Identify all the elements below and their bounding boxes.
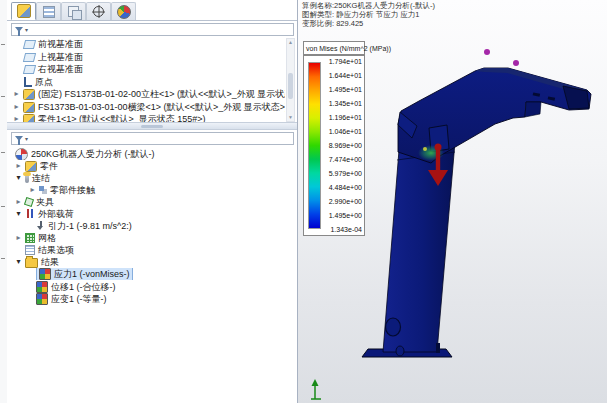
- study-item-label: 应变1 (-等量-): [51, 293, 107, 305]
- feature-manager-icon: [17, 4, 31, 18]
- filter-funnel-icon: [15, 27, 23, 32]
- study-item-label: 连结: [32, 172, 50, 184]
- tree-item-component-lizhu[interactable]: (固定) FS1373B-01-02-00立柱<1> (默认<<默认>_外观 显…: [7, 88, 285, 100]
- study-item-label: 外部载荷: [38, 208, 74, 220]
- filter-dropdown-icon[interactable]: ▾: [25, 27, 28, 33]
- tree-item-label: FS1373B-01-03-01-00横梁<1> (默认<<默认>_外观 显示状…: [38, 101, 285, 113]
- manager-tabs: [11, 2, 136, 21]
- feature-tree-scrollbar[interactable]: ▲ ▼: [286, 38, 295, 122]
- study-item-connections[interactable]: 连结: [7, 172, 285, 184]
- tree-item-label: 前视基准面: [38, 38, 83, 50]
- mesh-icon: [25, 233, 35, 243]
- parts-icon: [25, 161, 37, 172]
- strain-plot-icon: [36, 293, 48, 305]
- connections-icon: [25, 173, 29, 183]
- property-manager-icon: [43, 6, 55, 18]
- tab-dimxpert[interactable]: [86, 2, 111, 20]
- scroll-down-icon[interactable]: ▼: [287, 114, 294, 121]
- tree-item-label: 原点: [35, 76, 53, 88]
- expand-arrow-icon[interactable]: [15, 234, 22, 242]
- study-item-label: 网格: [38, 232, 56, 244]
- collapse-arrow-icon[interactable]: [15, 174, 22, 182]
- display-manager-icon: [117, 5, 131, 19]
- tab-configuration-manager[interactable]: [61, 2, 86, 20]
- component-contact-icon: [39, 186, 44, 191]
- collapse-arrow-icon[interactable]: [15, 258, 22, 266]
- stress-model-3d[interactable]: [298, 0, 607, 403]
- reference-point-marker: [513, 60, 519, 66]
- study-item-label: 位移1 (-合位移-): [51, 281, 116, 293]
- fixtures-icon: [24, 197, 34, 207]
- orientation-triad: [311, 379, 321, 399]
- study-item-label: 结果选项: [38, 244, 74, 256]
- study-item-label: 零件: [40, 160, 58, 172]
- panel-tick-marks: [1, 44, 5, 45]
- study-item-gravity[interactable]: 引力-1 (-9.81 m/s^2:): [7, 220, 285, 232]
- column-hole: [386, 318, 401, 336]
- scroll-up-icon[interactable]: ▲: [287, 39, 294, 46]
- origin-icon: [24, 77, 32, 87]
- plane-icon: [23, 40, 36, 49]
- expand-arrow-icon[interactable]: [15, 162, 22, 170]
- expand-arrow-icon[interactable]: [13, 103, 20, 111]
- simulation-study-icon: [15, 148, 28, 160]
- expand-arrow-icon[interactable]: [15, 198, 22, 206]
- column-hole-small: [396, 346, 404, 356]
- left-gutter: [0, 0, 7, 403]
- gravity-icon: [36, 221, 45, 231]
- scrollbar-thumb[interactable]: [288, 73, 293, 99]
- study-item-label: 应力1 (-vonMises-): [54, 268, 130, 280]
- study-item-label: 夹具: [36, 196, 54, 208]
- solidworks-simulation-window: ▾ 前视基准面 上视基准面 右视基准面 原点 (固定) FS1373B-01-0…: [0, 0, 607, 403]
- study-item-results[interactable]: 结果: [7, 256, 285, 268]
- study-tree-filter[interactable]: ▾: [11, 132, 294, 145]
- part-icon: [23, 102, 35, 113]
- reference-point-marker: [484, 49, 490, 55]
- filter-dropdown-icon[interactable]: ▾: [25, 136, 28, 142]
- tree-item-label: 上视基准面: [38, 51, 83, 63]
- study-item-fixtures[interactable]: 夹具: [7, 196, 285, 208]
- study-item-result-options[interactable]: 结果选项: [7, 244, 285, 256]
- feature-tree-filter[interactable]: ▾: [11, 23, 294, 36]
- tree-item-component-hengliang[interactable]: FS1373B-01-03-01-00横梁<1> (默认<<默认>_外观 显示状…: [7, 101, 285, 113]
- tab-feature-manager[interactable]: [11, 2, 36, 20]
- part-icon: [23, 89, 35, 100]
- study-item-label: 零部件接触: [50, 184, 95, 196]
- tab-display-manager[interactable]: [111, 2, 136, 20]
- displacement-plot-icon: [36, 281, 48, 293]
- tree-item-origin[interactable]: 原点: [7, 76, 285, 88]
- splitter-grip[interactable]: [141, 125, 163, 128]
- expand-arrow-icon[interactable]: [13, 90, 20, 98]
- tree-item-front-plane[interactable]: 前视基准面: [7, 38, 285, 50]
- study-item-strain1[interactable]: 应变1 (-等量-): [7, 293, 285, 305]
- dimxpert-crosshair-icon: [93, 6, 104, 17]
- study-root-label: 250KG机器人受力分析 (-默认-): [31, 148, 155, 160]
- tree-item-label: 右视基准面: [38, 63, 83, 75]
- arm-bracket: [525, 102, 541, 117]
- panel-splitter[interactable]: [7, 122, 297, 130]
- graphics-viewport[interactable]: 算例名称:250KG机器人受力分析(-默认-) 图解类型: 静应力分析 节应力 …: [298, 0, 607, 403]
- study-item-parts[interactable]: 零件: [7, 160, 285, 172]
- study-item-component-contact[interactable]: 零部件接触: [7, 184, 285, 196]
- result-options-icon: [25, 245, 35, 255]
- study-item-displacement1[interactable]: 位移1 (-合位移-): [7, 281, 285, 293]
- results-folder-icon: [25, 258, 38, 268]
- study-item-mesh[interactable]: 网格: [7, 232, 285, 244]
- plane-icon: [23, 53, 36, 62]
- stress-hotspot-peak: [423, 147, 427, 151]
- selected-result-item: 应力1 (-vonMises-): [36, 268, 133, 280]
- external-loads-icon: [25, 209, 35, 219]
- filter-funnel-icon: [15, 136, 23, 141]
- study-item-external-loads[interactable]: 外部载荷: [7, 208, 285, 220]
- configuration-manager-icon: [68, 6, 79, 17]
- study-item-label: 结果: [41, 256, 59, 268]
- tree-item-right-plane[interactable]: 右视基准面: [7, 63, 285, 75]
- expand-arrow-icon[interactable]: [29, 186, 36, 194]
- tree-item-top-plane[interactable]: 上视基准面: [7, 51, 285, 63]
- study-item-label: 引力-1 (-9.81 m/s^2:): [48, 220, 132, 232]
- tab-property-manager[interactable]: [36, 2, 61, 20]
- collapse-arrow-icon[interactable]: [15, 210, 22, 218]
- stress-plot-icon: [39, 268, 51, 280]
- study-item-stress1[interactable]: 应力1 (-vonMises-): [7, 268, 285, 280]
- study-root[interactable]: 250KG机器人受力分析 (-默认-): [7, 148, 285, 160]
